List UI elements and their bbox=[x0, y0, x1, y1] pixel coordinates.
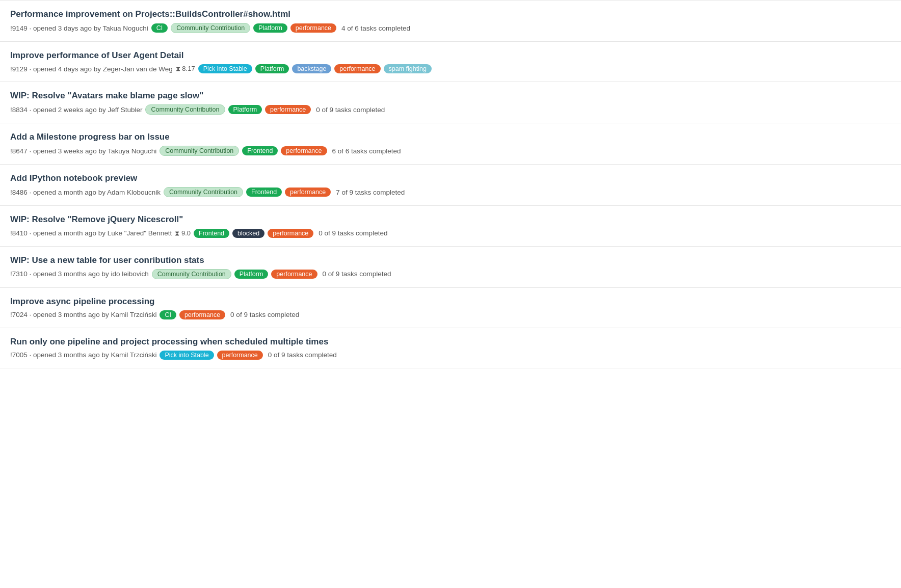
mr-meta-row: !8834 · opened 2 weeks ago by Jeff Stubl… bbox=[10, 104, 891, 115]
badge-community[interactable]: Community Contribution bbox=[145, 104, 225, 115]
mr-meta-row: !8486 · opened a month ago by Adam Klobo… bbox=[10, 187, 891, 197]
mr-meta-row: !7310 · opened 3 months ago by ido leibo… bbox=[10, 269, 891, 279]
mr-meta-row: !9129 · opened 4 days ago by Zeger-Jan v… bbox=[10, 64, 891, 73]
badge-blocked[interactable]: blocked bbox=[232, 229, 264, 238]
mr-number[interactable]: !8410 · opened a month ago by Luke "Jare… bbox=[10, 229, 172, 237]
mr-number[interactable]: !7024 · opened 3 months ago by Kamil Trz… bbox=[10, 311, 156, 318]
badge-performance[interactable]: performance bbox=[179, 310, 225, 319]
badge-performance[interactable]: performance bbox=[281, 146, 327, 155]
mr-number[interactable]: !8486 · opened a month ago by Adam Klobo… bbox=[10, 189, 161, 196]
tasks-completed: 0 of 9 tasks completed bbox=[230, 311, 299, 318]
milestone-icon: ⧗ 9.0 bbox=[175, 229, 191, 237]
mr-meta-row: !7024 · opened 3 months ago by Kamil Trz… bbox=[10, 310, 891, 319]
mr-number[interactable]: !7005 · opened 3 months ago by Kamil Trz… bbox=[10, 351, 156, 359]
list-item: Improve async pipeline processing!7024 ·… bbox=[0, 288, 901, 328]
badge-performance[interactable]: performance bbox=[271, 270, 317, 279]
mr-meta-row: !7005 · opened 3 months ago by Kamil Trz… bbox=[10, 351, 891, 360]
list-item: Add IPython notebook preview!8486 · open… bbox=[0, 165, 901, 206]
list-item: WIP: Resolve "Remove jQuery Nicescroll"!… bbox=[0, 206, 901, 246]
badge-pick-stable[interactable]: Pick into Stable bbox=[160, 351, 214, 360]
milestone-icon: ⧗ 8.17 bbox=[176, 65, 195, 73]
badge-platform[interactable]: Platform bbox=[228, 105, 262, 114]
badge-performance[interactable]: performance bbox=[268, 229, 313, 238]
badge-platform[interactable]: Platform bbox=[234, 270, 269, 279]
badge-performance[interactable]: performance bbox=[217, 351, 263, 360]
badge-pick-stable[interactable]: Pick into Stable bbox=[198, 64, 252, 73]
badge-performance[interactable]: performance bbox=[285, 188, 331, 197]
mr-title[interactable]: Performance improvement on Projects::Bui… bbox=[10, 9, 891, 20]
badge-performance[interactable]: performance bbox=[290, 23, 336, 33]
mr-number[interactable]: !8647 · opened 3 weeks ago by Takuya Nog… bbox=[10, 147, 156, 155]
list-item: Performance improvement on Projects::Bui… bbox=[0, 0, 901, 42]
mr-title[interactable]: Add a Milestone progress bar on Issue bbox=[10, 131, 891, 143]
badge-community[interactable]: Community Contribution bbox=[164, 187, 243, 197]
badge-platform[interactable]: Platform bbox=[255, 64, 289, 73]
mr-number[interactable]: !9129 · opened 4 days ago by Zeger-Jan v… bbox=[10, 65, 173, 73]
mr-meta-row: !8647 · opened 3 weeks ago by Takuya Nog… bbox=[10, 146, 891, 156]
mr-title[interactable]: WIP: Resolve "Avatars make blame page sl… bbox=[10, 90, 891, 101]
merge-request-list: Performance improvement on Projects::Bui… bbox=[0, 0, 901, 368]
mr-title[interactable]: Improve async pipeline processing bbox=[10, 296, 891, 307]
badge-platform[interactable]: Platform bbox=[253, 23, 287, 33]
badge-performance[interactable]: performance bbox=[265, 105, 311, 114]
badge-backstage[interactable]: backstage bbox=[292, 64, 331, 73]
mr-meta-row: !8410 · opened a month ago by Luke "Jare… bbox=[10, 229, 891, 238]
badge-frontend[interactable]: Frontend bbox=[246, 188, 282, 197]
tasks-completed: 7 of 9 tasks completed bbox=[336, 189, 405, 196]
mr-number[interactable]: !8834 · opened 2 weeks ago by Jeff Stubl… bbox=[10, 106, 142, 114]
list-item: WIP: Use a new table for user conributio… bbox=[0, 247, 901, 288]
tasks-completed: 6 of 6 tasks completed bbox=[332, 147, 401, 155]
mr-title[interactable]: WIP: Use a new table for user conributio… bbox=[10, 255, 891, 266]
tasks-completed: 4 of 6 tasks completed bbox=[341, 24, 410, 32]
badge-community[interactable]: Community Contribution bbox=[152, 269, 231, 279]
badge-spam[interactable]: spam fighting bbox=[384, 64, 432, 73]
badge-community[interactable]: Community Contribution bbox=[171, 23, 250, 33]
list-item: Add a Milestone progress bar on Issue!86… bbox=[0, 123, 901, 165]
list-item: Run only one pipeline and project proces… bbox=[0, 328, 901, 368]
badge-ci[interactable]: CI bbox=[151, 23, 168, 33]
tasks-completed: 0 of 9 tasks completed bbox=[323, 270, 391, 278]
tasks-completed: 0 of 9 tasks completed bbox=[319, 229, 387, 237]
badge-performance[interactable]: performance bbox=[334, 64, 380, 73]
tasks-completed: 0 of 9 tasks completed bbox=[268, 351, 337, 359]
badge-frontend[interactable]: Frontend bbox=[242, 146, 278, 155]
list-item: WIP: Resolve "Avatars make blame page sl… bbox=[0, 82, 901, 123]
mr-title[interactable]: Add IPython notebook preview bbox=[10, 173, 891, 184]
mr-meta-row: !9149 · opened 3 days ago by Takua Noguc… bbox=[10, 23, 891, 33]
badge-frontend[interactable]: Frontend bbox=[194, 229, 229, 238]
tasks-completed: 0 of 9 tasks completed bbox=[316, 106, 385, 114]
badge-community[interactable]: Community Contribution bbox=[160, 146, 239, 156]
list-item: Improve performance of User Agent Detail… bbox=[0, 42, 901, 82]
mr-number[interactable]: !7310 · opened 3 months ago by ido leibo… bbox=[10, 270, 149, 278]
badge-ci[interactable]: CI bbox=[160, 310, 176, 319]
mr-title[interactable]: WIP: Resolve "Remove jQuery Nicescroll" bbox=[10, 214, 891, 225]
mr-title[interactable]: Run only one pipeline and project proces… bbox=[10, 336, 891, 348]
mr-title[interactable]: Improve performance of User Agent Detail bbox=[10, 50, 891, 61]
mr-number[interactable]: !9149 · opened 3 days ago by Takua Noguc… bbox=[10, 24, 148, 32]
